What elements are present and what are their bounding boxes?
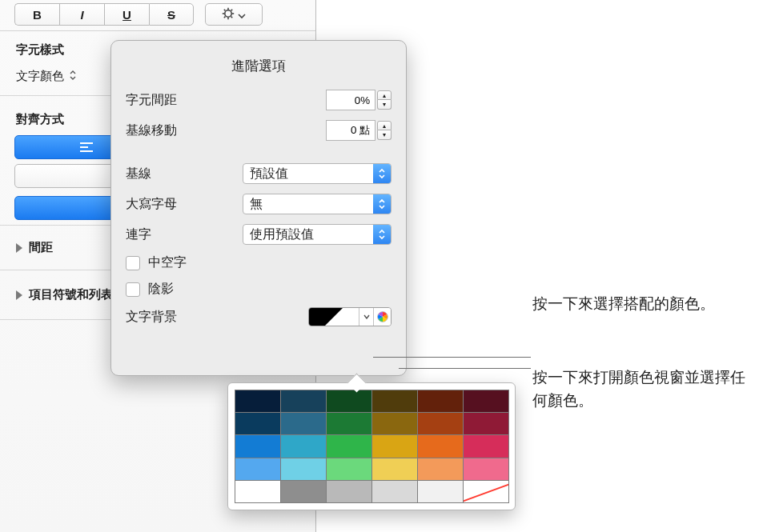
svg-point-0 (225, 10, 231, 16)
advanced-options-popover: 進階選項 字元間距 ▴▾ 基線移動 ▴▾ 基線 預設值 大寫字母 無 連字 使用… (110, 40, 407, 376)
ligatures-select[interactable]: 使用預設值 (243, 224, 392, 245)
outline-label: 中空字 (148, 254, 187, 271)
strike-button[interactable]: S (149, 3, 194, 26)
color-cell[interactable] (280, 434, 327, 458)
color-cell[interactable] (371, 390, 418, 413)
select-arrows-icon (373, 225, 391, 244)
svg-line-7 (224, 16, 226, 18)
color-cell[interactable] (463, 458, 509, 481)
color-cell[interactable] (326, 390, 372, 413)
color-cell[interactable] (417, 480, 464, 503)
baseline-label: 基線 (126, 166, 230, 182)
shadow-label: 陰影 (148, 281, 174, 298)
callout-wheel: 按一下來打開顏色視窗並選擇任何顏色。 (532, 366, 757, 412)
color-cell[interactable] (371, 480, 418, 503)
select-arrows-icon (373, 164, 391, 183)
baseline-shift-input[interactable] (326, 120, 375, 141)
color-cell[interactable] (235, 434, 281, 458)
gear-icon (222, 7, 235, 22)
color-cell[interactable] (326, 434, 372, 458)
color-swatch-button[interactable] (309, 308, 359, 326)
color-cell[interactable] (371, 412, 418, 435)
text-background-label: 文字背景 (126, 309, 230, 326)
color-cell[interactable] (235, 412, 281, 435)
color-cell[interactable] (463, 480, 509, 503)
svg-line-5 (224, 9, 226, 10)
char-spacing-stepper[interactable]: ▴▾ (326, 90, 392, 110)
svg-line-6 (231, 16, 233, 18)
color-cell[interactable] (463, 390, 509, 413)
popup-indicator-icon (69, 70, 77, 83)
color-cell[interactable] (417, 434, 464, 458)
color-cell[interactable] (417, 458, 464, 481)
chevron-down-icon (238, 8, 246, 22)
baseline-shift-label: 基線移動 (126, 122, 230, 139)
disclosure-triangle-icon (16, 243, 22, 253)
underline-button[interactable]: U (104, 3, 149, 26)
color-palette-popover (227, 382, 516, 510)
char-spacing-input[interactable] (326, 90, 375, 110)
advanced-options-button[interactable] (205, 3, 263, 26)
color-cell[interactable] (417, 390, 464, 413)
caps-label: 大寫字母 (126, 196, 230, 213)
callout-leader (399, 368, 531, 369)
color-cell[interactable] (463, 434, 509, 458)
color-cell[interactable] (235, 480, 281, 503)
italic-button[interactable]: I (59, 3, 104, 26)
color-cell[interactable] (280, 458, 327, 481)
bold-button[interactable]: B (14, 3, 59, 26)
popover-title: 進階選項 (126, 57, 392, 75)
text-background-colorwell (308, 307, 392, 326)
color-cell[interactable] (417, 412, 464, 435)
color-cell[interactable] (280, 390, 327, 413)
color-cell[interactable] (326, 458, 372, 481)
caps-select[interactable]: 無 (243, 194, 392, 214)
color-cell[interactable] (280, 480, 327, 503)
ligatures-label: 連字 (126, 226, 230, 243)
callout-swatch: 按一下來選擇搭配的顏色。 (532, 293, 757, 316)
char-spacing-label: 字元間距 (126, 92, 230, 109)
color-cell[interactable] (326, 412, 372, 435)
baseline-shift-stepper[interactable]: ▴▾ (326, 120, 392, 141)
color-cell[interactable] (463, 412, 509, 435)
color-cell[interactable] (235, 390, 281, 413)
color-cell[interactable] (235, 458, 281, 481)
svg-line-8 (231, 9, 233, 10)
stepper-arrows[interactable]: ▴▾ (377, 90, 392, 110)
stepper-arrows[interactable]: ▴▾ (377, 121, 392, 140)
shadow-checkbox[interactable] (126, 282, 140, 297)
outline-checkbox[interactable] (126, 256, 140, 270)
baseline-select[interactable]: 預設值 (243, 163, 392, 184)
select-arrows-icon (373, 194, 391, 214)
disclosure-triangle-icon (16, 290, 22, 300)
color-cell[interactable] (280, 412, 327, 435)
color-cell[interactable] (371, 434, 418, 458)
color-dropdown-button[interactable] (359, 308, 373, 326)
format-toolbar: B I U S (0, 0, 315, 31)
color-cell[interactable] (371, 458, 418, 481)
color-grid (235, 390, 508, 503)
callout-leader (373, 357, 531, 358)
color-cell[interactable] (326, 480, 372, 503)
color-wheel-button[interactable] (373, 308, 391, 326)
